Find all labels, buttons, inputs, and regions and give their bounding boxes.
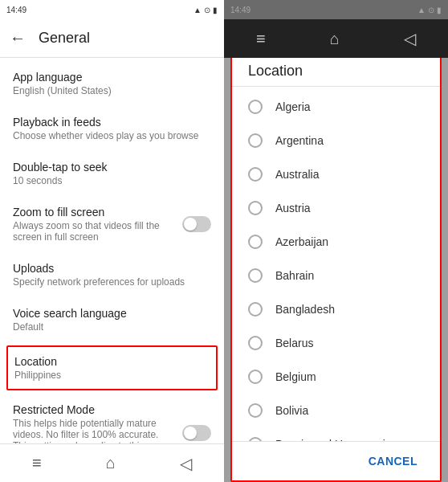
- settings-subtitle-uploads: Specify network preferences for uploads: [13, 276, 211, 288]
- status-icons-left: ▲ ⊙ ▮: [193, 6, 218, 14]
- settings-list: App language English (United States) Pla…: [0, 58, 224, 443]
- list-item-austria[interactable]: Austria: [232, 191, 440, 225]
- menu-icon-right[interactable]: ≡: [256, 30, 266, 48]
- radio-belarus[interactable]: [248, 336, 263, 350]
- settings-subtitle-restricted: This helps hide potentially mature video…: [13, 418, 176, 443]
- settings-item-app-language[interactable]: App language English (United States): [0, 61, 224, 106]
- country-name-bolivia: Bolivia: [275, 404, 308, 417]
- settings-title-app-language: App language: [13, 71, 211, 84]
- dialog-footer: CANCEL: [232, 441, 440, 480]
- radio-azerbaijan[interactable]: [248, 235, 263, 249]
- time-left: 14:49: [6, 6, 26, 14]
- settings-text-zoom: Zoom to fill screen Always zoom so that …: [13, 206, 182, 243]
- settings-title-uploads: Uploads: [13, 262, 211, 275]
- country-name-azerbaijan: Azerbaijan: [275, 235, 328, 248]
- back-button-left[interactable]: ←: [10, 29, 26, 47]
- toggle-zoom[interactable]: [182, 216, 211, 232]
- list-item-azerbaijan[interactable]: Azerbaijan: [232, 225, 440, 259]
- country-name-bangladesh: Bangladesh: [275, 303, 335, 316]
- settings-subtitle-double-tap: 10 seconds: [13, 175, 211, 186]
- country-name-argentina: Argentina: [275, 134, 324, 147]
- page-title-left: General: [39, 30, 90, 47]
- right-panel: 14:49 ▲ ⊙ ▮ ← Location Algeria Argentina: [224, 0, 448, 482]
- settings-text-restricted: Restricted Mode This helps hide potentia…: [13, 403, 182, 443]
- radio-bahrain[interactable]: [248, 268, 263, 283]
- settings-item-location[interactable]: Location Philippines: [6, 345, 218, 390]
- list-item-australia[interactable]: Australia: [232, 157, 440, 191]
- toggle-restricted[interactable]: [182, 425, 211, 441]
- status-time-left: 14:49: [6, 6, 26, 14]
- settings-title-zoom: Zoom to fill screen: [13, 206, 176, 219]
- country-name-belarus: Belarus: [275, 337, 313, 349]
- list-item-bosnia[interactable]: Bosnia and Herzegovina: [232, 427, 440, 441]
- settings-item-uploads[interactable]: Uploads Specify network preferences for …: [0, 252, 224, 297]
- settings-subtitle-playback: Choose whether videos play as you browse: [13, 130, 211, 141]
- settings-item-double-tap[interactable]: Double-tap to seek 10 seconds: [0, 151, 224, 196]
- country-name-australia: Australia: [275, 168, 319, 181]
- cancel-button[interactable]: CANCEL: [359, 448, 427, 474]
- radio-argentina[interactable]: [248, 133, 263, 148]
- dialog-title: Location: [248, 63, 303, 79]
- left-panel: 14:49 ▲ ⊙ ▮ ← General App language Engli…: [0, 0, 224, 482]
- list-item-algeria[interactable]: Algeria: [232, 90, 440, 124]
- signal-icon: ▲: [193, 6, 202, 14]
- settings-title-restricted: Restricted Mode: [13, 403, 176, 416]
- back-icon-left[interactable]: ◁: [180, 454, 192, 473]
- settings-subtitle-voice-search: Default: [13, 321, 211, 333]
- radio-bolivia[interactable]: [248, 403, 263, 418]
- country-name-austria: Austria: [275, 202, 311, 214]
- settings-title-location: Location: [14, 355, 210, 368]
- radio-algeria[interactable]: [248, 100, 263, 114]
- settings-item-zoom[interactable]: Zoom to fill screen Always zoom so that …: [0, 196, 224, 252]
- status-bar-left: 14:49 ▲ ⊙ ▮: [0, 0, 224, 19]
- list-item-bangladesh[interactable]: Bangladesh: [232, 292, 440, 326]
- menu-icon-left[interactable]: ≡: [32, 454, 42, 472]
- settings-title-playback: Playback in feeds: [13, 116, 211, 129]
- settings-subtitle-location: Philippines: [14, 370, 210, 381]
- settings-item-playback[interactable]: Playback in feeds Choose whether videos …: [0, 106, 224, 151]
- country-name-belgium: Belgium: [275, 370, 316, 383]
- radio-australia[interactable]: [248, 167, 263, 182]
- country-name-bahrain: Bahrain: [275, 269, 314, 282]
- radio-bangladesh[interactable]: [248, 302, 263, 317]
- bottom-nav-right: ≡ ⌂ ◁: [224, 19, 448, 58]
- list-item-bahrain[interactable]: Bahrain: [232, 259, 440, 292]
- radio-austria[interactable]: [248, 201, 263, 215]
- list-item-bolivia[interactable]: Bolivia: [232, 394, 440, 427]
- location-dialog: Location Algeria Argentina Australia: [230, 48, 442, 482]
- country-list: Algeria Argentina Australia Austria Azer: [232, 87, 440, 441]
- home-icon-left[interactable]: ⌂: [106, 454, 116, 472]
- settings-title-double-tap: Double-tap to seek: [13, 161, 211, 174]
- wifi-icon: ⊙: [204, 6, 210, 14]
- list-item-argentina[interactable]: Argentina: [232, 124, 440, 157]
- settings-subtitle-app-language: English (United States): [13, 85, 211, 96]
- home-icon-right[interactable]: ⌂: [330, 30, 340, 48]
- list-item-belarus[interactable]: Belarus: [232, 326, 440, 360]
- list-item-belgium[interactable]: Belgium: [232, 360, 440, 394]
- settings-subtitle-zoom: Always zoom so that videos fill the scre…: [13, 220, 176, 243]
- back-icon-right[interactable]: ◁: [404, 29, 416, 48]
- settings-title-voice-search: Voice search language: [13, 307, 211, 320]
- country-name-algeria: Algeria: [275, 100, 311, 113]
- top-bar-left: ← General: [0, 19, 224, 58]
- radio-belgium[interactable]: [248, 370, 263, 384]
- settings-item-restricted-mode[interactable]: Restricted Mode This helps hide potentia…: [0, 394, 224, 443]
- battery-icon: ▮: [213, 6, 218, 14]
- bottom-nav-left: ≡ ⌂ ◁: [0, 443, 224, 482]
- settings-item-voice-search[interactable]: Voice search language Default: [0, 297, 224, 342]
- dialog-overlay: ← Location Algeria Argentina Australia: [224, 0, 448, 482]
